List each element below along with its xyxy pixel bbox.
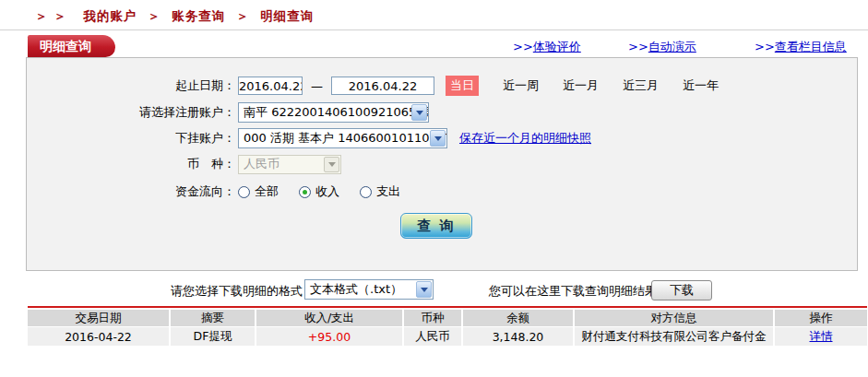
cell-summary: DF提现: [171, 327, 256, 346]
chevron-down-icon[interactable]: [430, 130, 446, 147]
register-account-label: 请选择注册账户：: [27, 104, 235, 121]
date-range-dash: —: [311, 79, 323, 93]
header-income-expense: 收入/支出: [256, 310, 404, 326]
sub-account-select[interactable]: 000 活期 基本户 1406600101102571848: [238, 128, 447, 148]
shortcut-last-month[interactable]: 近一月: [563, 77, 599, 94]
section-tab-detail-query: 明细查询: [28, 35, 115, 57]
breadcrumb: ＞ ＞ 我的账户 ＞ 账务查询 ＞ 明细查询: [35, 8, 314, 25]
query-form-panel: 起止日期： — 当日 近一周 近一月 近三月 近一年 请选择注册账户： 南平 6…: [26, 57, 858, 271]
sub-account-row: 下挂账户： 000 活期 基本户 1406600101102571848 保存近…: [27, 128, 857, 148]
breadcrumb-separator: ＞: [148, 8, 161, 23]
download-hint-text: 您可以在这里下载查询明细结果: [489, 283, 657, 300]
sub-account-label: 下挂账户：: [27, 130, 235, 147]
detail-link[interactable]: 详情: [810, 329, 833, 345]
table-header-row: 交易日期 摘要 收入/支出 币种 余额 对方信息 操作: [28, 310, 867, 326]
table-top-rule: [28, 306, 867, 308]
chevron-down-icon[interactable]: [411, 104, 427, 121]
header-currency: 币种: [404, 310, 463, 326]
detail-query-page: ＞ ＞ 我的账户 ＞ 账务查询 ＞ 明细查询 明细查询 >>体验评价 >>自动演…: [0, 0, 868, 377]
shortcut-last-3-months[interactable]: 近三月: [623, 77, 659, 94]
save-snapshot-link[interactable]: 保存近一个月的明细快照: [459, 130, 591, 147]
currency-label: 币 种：: [27, 156, 235, 172]
header-summary: 摘要: [171, 310, 256, 326]
header-trade-date: 交易日期: [28, 310, 171, 326]
shortcut-last-year[interactable]: 近一年: [683, 77, 719, 94]
flow-option-income[interactable]: 收入: [299, 183, 339, 200]
cell-amount: +95.00: [256, 327, 404, 346]
breadcrumb-item-detail-query[interactable]: 明细查询: [260, 8, 314, 23]
download-button[interactable]: 下载: [651, 280, 712, 300]
cell-balance: 3,148.20: [463, 327, 575, 346]
breadcrumb-separator: ＞: [236, 8, 250, 23]
chevron-down-icon: [324, 157, 339, 172]
flow-option-expense[interactable]: 支出: [360, 183, 400, 200]
header-counterparty: 对方信息: [575, 310, 775, 326]
radio-icon[interactable]: [360, 186, 372, 198]
header-balance: 余额: [463, 310, 575, 326]
breadcrumb-item-my-account[interactable]: 我的账户: [83, 8, 137, 23]
fund-flow-label: 资金流向：: [27, 183, 235, 200]
currency-select-disabled: 人民币: [238, 155, 341, 174]
link-auto-demo[interactable]: >>自动演示: [628, 39, 696, 55]
shortcut-today[interactable]: 当日: [446, 76, 479, 96]
shortcut-last-week[interactable]: 近一周: [503, 77, 539, 94]
breadcrumb-item-account-query[interactable]: 账务查询: [172, 8, 225, 23]
date-range-row: 起止日期： — 当日 近一周 近一月 近三月 近一年: [27, 76, 857, 96]
link-view-column-info[interactable]: >>查看栏目信息: [755, 39, 847, 55]
header-action: 操作: [775, 310, 867, 326]
link-experience-rating[interactable]: >>体验评价: [513, 39, 581, 55]
cell-counterparty: 财付通支付科技有限公司客户备付金: [575, 327, 775, 346]
flow-option-all[interactable]: 全部: [238, 183, 279, 200]
chevron-down-icon[interactable]: [416, 281, 432, 298]
query-button[interactable]: 查 询: [400, 213, 472, 239]
divider-line: [0, 29, 868, 30]
start-date-input[interactable]: [238, 77, 303, 95]
table-row: 2016-04-22 DF提现 +95.00 人民币 3,148.20 财付通支…: [28, 327, 867, 346]
date-range-label: 起止日期：: [27, 77, 235, 94]
register-account-select[interactable]: 南平 6222001406100921065 灵通卡: [238, 102, 429, 123]
radio-icon[interactable]: [299, 186, 311, 198]
download-format-select[interactable]: 文本格式（.txt）: [304, 279, 434, 300]
breadcrumb-prefix: ＞ ＞: [35, 8, 67, 23]
radio-icon[interactable]: [238, 186, 250, 198]
currency-row: 币 种： 人民币: [27, 154, 857, 174]
register-account-row: 请选择注册账户： 南平 6222001406100921065 灵通卡: [27, 102, 857, 123]
download-format-label: 请您选择下载明细的格式: [171, 283, 303, 300]
end-date-input[interactable]: [331, 77, 434, 95]
cell-trade-date: 2016-04-22: [28, 327, 171, 346]
fund-flow-row: 资金流向： 全部 收入 支出: [27, 182, 857, 202]
cell-currency: 人民币: [404, 327, 463, 346]
